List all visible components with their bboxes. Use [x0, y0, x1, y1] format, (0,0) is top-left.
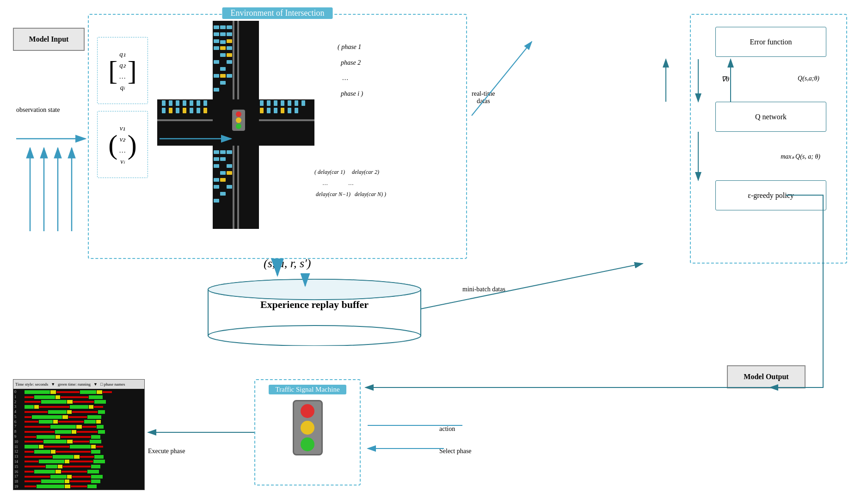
model-input-label: Model Input: [29, 35, 69, 43]
chart-row: [25, 430, 143, 434]
svg-rect-63: [281, 100, 284, 106]
svg-rect-21: [227, 60, 232, 64]
chart-row: [25, 449, 143, 454]
svg-rect-57: [197, 108, 200, 113]
svg-rect-60: [260, 100, 264, 106]
svg-rect-29: [227, 53, 232, 57]
svg-rect-71: [288, 108, 291, 113]
model-output-box: Model Output: [727, 365, 806, 388]
svg-rect-24: [227, 74, 232, 78]
x-axis-labels: 0 15 27: [13, 490, 144, 490]
svg-rect-41: [220, 178, 226, 182]
v-matrix: ( v₁ v₂ … vᵢ ): [108, 123, 136, 167]
svg-rect-68: [267, 108, 271, 113]
observation-state-label: observation state: [16, 106, 60, 114]
svg-rect-11: [227, 25, 232, 29]
svg-rect-8: [259, 119, 314, 121]
svg-rect-70: [281, 108, 284, 113]
q-matrix: [ q₁ q₂ … qᵢ ]: [108, 49, 136, 93]
replay-buffer: Experience replay buffer: [203, 277, 425, 348]
tsm-box: Traffic Signal Machine: [254, 379, 361, 486]
chart-bars-area: [24, 389, 144, 490]
diagram-container: Model Input observation state Environmen…: [0, 0, 861, 504]
svg-rect-50: [190, 100, 193, 106]
svg-rect-66: [301, 100, 305, 106]
grad-theta-label: ∇θ: [721, 75, 729, 83]
svg-rect-17: [214, 46, 219, 50]
svg-rect-39: [214, 178, 219, 182]
svg-rect-28: [227, 39, 232, 43]
svg-rect-42: [214, 185, 219, 189]
svg-rect-44: [220, 192, 226, 196]
svg-rect-5: [233, 146, 234, 229]
svg-rect-53: [169, 108, 172, 113]
chart-row: [25, 435, 143, 439]
environment-title: Environment of Intersection: [222, 7, 333, 19]
sars-label: (s, a, r, s′): [264, 257, 311, 270]
svg-rect-7: [157, 119, 213, 121]
svg-rect-20: [214, 60, 219, 64]
svg-rect-30: [220, 74, 226, 78]
svg-rect-59: [203, 108, 207, 113]
chart-row: [25, 444, 143, 449]
delay-labels: ( delay(car 1) delay(car 2) … … delay(ca…: [314, 166, 386, 200]
traffic-light: [293, 400, 323, 455]
error-function-box: Error function: [715, 27, 826, 57]
svg-rect-72: [295, 108, 298, 113]
svg-rect-45: [214, 199, 219, 203]
svg-rect-36: [214, 164, 219, 168]
svg-rect-9: [214, 25, 219, 29]
svg-rect-27: [220, 46, 226, 50]
svg-rect-61: [267, 100, 271, 106]
action-label: action: [439, 425, 455, 433]
svg-point-79: [208, 326, 421, 346]
chart-row: [25, 390, 143, 394]
chart-row: [25, 479, 143, 484]
svg-rect-19: [220, 53, 226, 57]
light-green: [301, 437, 314, 451]
svg-rect-37: [227, 164, 232, 168]
svg-rect-35: [220, 157, 226, 161]
greedy-policy-box: ε-greedy policy: [715, 180, 826, 210]
svg-rect-43: [227, 185, 232, 189]
svg-rect-4: [237, 21, 239, 99]
svg-rect-31: [214, 150, 219, 154]
svg-rect-62: [274, 100, 277, 106]
replay-buffer-svg: [203, 277, 425, 346]
chart-row: [25, 484, 143, 489]
svg-rect-56: [190, 108, 193, 113]
chart-row: [25, 424, 143, 429]
svg-rect-3: [233, 21, 234, 99]
svg-point-80: [208, 279, 421, 300]
chart-row: [25, 400, 143, 405]
chart-canvas: 0 1 2 3 4 5 6 7 8 9 10 11 12 13 14 15 16…: [13, 389, 144, 490]
svg-rect-10: [220, 25, 226, 29]
svg-rect-40: [227, 171, 232, 175]
svg-point-74: [236, 111, 241, 117]
svg-rect-34: [214, 157, 219, 161]
svg-rect-13: [220, 32, 226, 36]
svg-rect-69: [274, 108, 277, 113]
chart-row: [25, 415, 143, 419]
svg-rect-48: [176, 100, 179, 106]
svg-rect-47: [169, 100, 172, 106]
select-phase-label: Select phase: [439, 448, 472, 455]
svg-rect-32: [220, 150, 226, 154]
q-network-label: Q network: [755, 113, 787, 121]
svg-rect-25: [220, 81, 226, 85]
chart-row: [25, 440, 143, 444]
svg-rect-58: [203, 100, 207, 106]
realtime-datas-label: real-time datas: [472, 90, 495, 105]
minibatch-datas-label: mini-batch datas: [462, 286, 505, 293]
v-vector-box: ( v₁ v₂ … vᵢ ): [97, 111, 148, 178]
replay-buffer-title: Experience replay buffer: [203, 299, 425, 311]
chart-row: [25, 395, 143, 400]
q-vector-box: [ q₁ q₂ … qᵢ ]: [97, 37, 148, 104]
svg-rect-52: [162, 108, 166, 113]
q-sa-theta-label: Q(s,a;θ): [798, 75, 819, 82]
svg-rect-14: [227, 32, 232, 36]
chart-row: [25, 405, 143, 409]
light-yellow: [301, 421, 314, 435]
svg-rect-46: [162, 100, 166, 106]
svg-rect-51: [197, 100, 200, 106]
